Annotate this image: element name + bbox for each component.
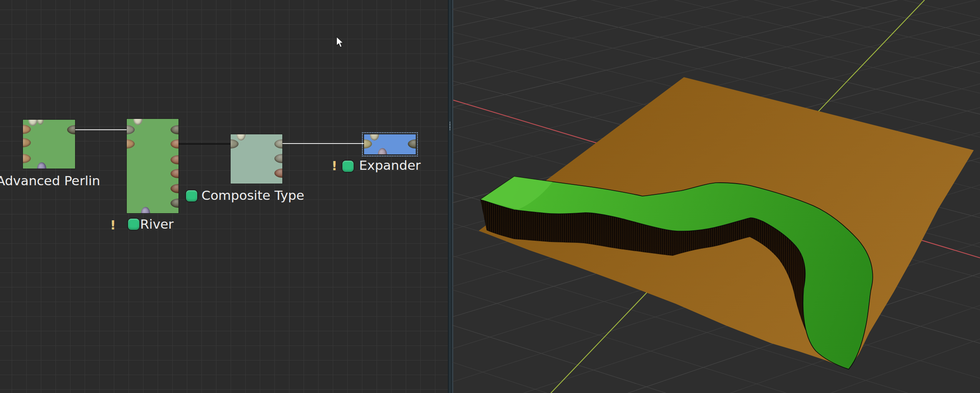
port-left[interactable] [231, 139, 239, 149]
port-top[interactable] [28, 120, 38, 126]
x-axis-line [917, 239, 980, 258]
splitter-grip-icon [450, 122, 450, 131]
port-left[interactable] [127, 125, 135, 134]
node-type-badge [128, 219, 139, 230]
port-top[interactable] [37, 120, 44, 125]
port-right[interactable] [171, 184, 178, 193]
node-composite-type[interactable] [231, 134, 282, 184]
port-left[interactable] [23, 154, 31, 163]
port-right[interactable] [67, 125, 75, 134]
warning-icon: ! [332, 159, 337, 173]
port-left[interactable] [23, 138, 31, 147]
port-bottom[interactable] [37, 162, 46, 169]
viewport-render [452, 0, 980, 393]
port-right[interactable] [171, 125, 178, 134]
port-right[interactable] [274, 139, 282, 149]
node-type-badge [342, 161, 354, 172]
port-right[interactable] [171, 139, 178, 149]
port-bottom[interactable] [378, 148, 387, 154]
port-top[interactable] [370, 134, 379, 141]
port-right[interactable] [171, 169, 178, 178]
node-label-expander: Expander [359, 158, 421, 172]
node-river[interactable] [127, 119, 178, 213]
pane-splitter[interactable] [448, 0, 452, 393]
port-left[interactable] [364, 139, 372, 149]
mouse-cursor-icon [336, 36, 347, 49]
application-window: Advanced Perlin!RiverComposite Type!Expa… [0, 0, 980, 393]
node-label-composite-type: Composite Type [201, 188, 304, 202]
terrain-mesh [479, 77, 974, 369]
x-axis-line [453, 100, 603, 145]
node-graph-canvas[interactable]: Advanced Perlin!RiverComposite Type!Expa… [0, 0, 448, 393]
port-right[interactable] [274, 169, 282, 178]
warning-icon: ! [110, 219, 116, 232]
port-top[interactable] [133, 119, 143, 125]
port-right[interactable] [171, 199, 178, 208]
port-right[interactable] [408, 139, 416, 149]
node-label-advanced-perlin: Advanced Perlin [0, 174, 100, 188]
port-right[interactable] [171, 155, 178, 164]
node-expander[interactable] [364, 134, 416, 154]
port-left[interactable] [23, 125, 31, 134]
port-left[interactable] [127, 139, 135, 149]
node-advanced-perlin[interactable] [23, 120, 75, 169]
node-label-river: River [140, 217, 173, 231]
node-type-badge [186, 190, 197, 202]
port-top[interactable] [236, 134, 246, 141]
port-bottom[interactable] [141, 207, 150, 213]
port-right[interactable] [274, 154, 282, 163]
terrain-3d-viewport[interactable] [452, 0, 980, 393]
